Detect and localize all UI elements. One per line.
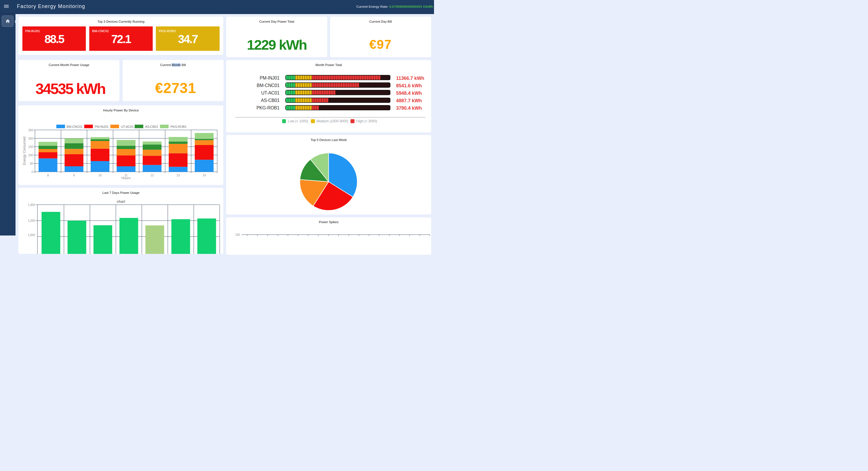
svg-text:150: 150	[28, 145, 33, 148]
svg-text:AS-CB01: AS-CB01	[145, 125, 158, 128]
svg-text:250: 250	[28, 129, 33, 132]
svg-text:1,400: 1,400	[28, 203, 35, 206]
svg-text:1,200: 1,200	[28, 219, 35, 222]
svg-text:1,000: 1,000	[28, 233, 35, 235]
svg-text:Energy Consumed: Energy Consumed	[22, 137, 26, 165]
svg-text:200: 200	[28, 137, 33, 140]
svg-text:PM-INJ01: PM-INJ01	[95, 125, 108, 128]
svg-text:10: 10	[98, 174, 102, 177]
svg-text:100: 100	[28, 154, 33, 157]
svg-text:50: 50	[30, 162, 33, 165]
svg-text:UT-AC01: UT-AC01	[121, 125, 134, 128]
svg-text:Hours: Hours	[121, 176, 131, 180]
svg-text:8: 8	[47, 174, 49, 177]
svg-text:PKG-ROB1: PKG-ROB1	[170, 125, 187, 128]
svg-text:13: 13	[177, 174, 180, 177]
svg-text:130: 130	[235, 233, 240, 235]
svg-text:14: 14	[203, 174, 206, 177]
svg-text:0: 0	[32, 170, 33, 174]
svg-text:BM-CNC01: BM-CNC01	[67, 125, 83, 128]
svg-text:9: 9	[73, 174, 75, 177]
svg-text:12: 12	[150, 174, 154, 177]
